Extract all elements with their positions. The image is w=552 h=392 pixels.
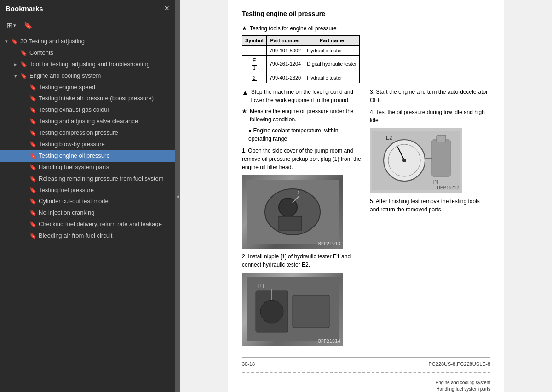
- sidebar-item-testing-oil-pressure[interactable]: 🔖Testing engine oil pressure: [0, 150, 175, 162]
- sidebar-item-engine-cooling[interactable]: ▾🔖Engine and cooling system: [0, 70, 175, 82]
- bookmark-marker-icon: 🔖: [20, 50, 28, 57]
- sidebar-item-label: Releasing remaining pressure from fuel s…: [39, 175, 171, 183]
- bookmark-marker-icon: 🔖: [29, 198, 37, 205]
- sidebar-item-label: Cylinder cut-out test mode: [39, 198, 171, 205]
- bookmark-marker-icon: 🔖: [29, 153, 37, 160]
- sidebar: Bookmarks × ⊞ ▾ 🔖 ▾🔖30 Testing and adjus…: [0, 0, 175, 392]
- cell-part-number: 790-261-1204: [266, 56, 304, 73]
- left-column: ▲ Stop the machine on the level ground a…: [242, 88, 362, 350]
- sidebar-item-label: Bleeding air from fuel circuit: [39, 232, 171, 240]
- step-2: 2. Install nipple [1] of hydraulic teste…: [242, 252, 362, 269]
- sidebar-item-label: Testing intake air pressure (boost press…: [39, 95, 171, 102]
- dropdown-arrow-icon: ▾: [13, 23, 16, 28]
- tools-header-text: Testing tools for engine oil pressure: [250, 24, 337, 33]
- right-column: 3. Start the engine and turn the auto-de…: [370, 88, 490, 350]
- sidebar-item-testing-valve[interactable]: 🔖Testing and adjusting valve clearance: [0, 116, 175, 127]
- bookmark-marker-icon: 🔖: [29, 164, 37, 171]
- image-engine-filter: 1 BPP21913: [242, 175, 343, 249]
- svg-rect-8: [293, 295, 329, 328]
- image-caption-3: BPP15212: [437, 184, 459, 191]
- step-4: 4. Test the oil pressure during low idle…: [370, 108, 490, 125]
- content-columns: ▲ Stop the machine on the level ground a…: [242, 88, 490, 350]
- bookmark-marker-icon: 🔖: [29, 84, 37, 91]
- svg-rect-18: [432, 140, 450, 176]
- sidebar-item-label: Testing blow-by pressure: [39, 141, 171, 148]
- sidebar-item-30-testing[interactable]: ▾🔖30 Testing and adjusting: [0, 36, 175, 47]
- parts-table: Symbol Part number Part name 799-101-500…: [242, 35, 360, 83]
- svg-text:1: 1: [297, 190, 300, 195]
- svg-text:[1]: [1]: [258, 283, 264, 288]
- warning-text: Stop the machine on the level ground and…: [251, 88, 362, 104]
- bookmark-marker-icon: 🔖: [29, 176, 37, 183]
- step-5-num: 5.: [370, 198, 376, 205]
- sidebar-item-no-injection[interactable]: 🔖No-injection cranking: [0, 207, 175, 219]
- sidebar-item-testing-fuel-pressure[interactable]: 🔖Testing fuel pressure: [0, 185, 175, 196]
- sidebar-item-cylinder-cutout[interactable]: 🔖Cylinder cut-out test mode: [0, 196, 175, 207]
- page-footer2: Engine and cooling system Handling fuel …: [242, 378, 490, 392]
- hydraulic-svg: [1]: [247, 277, 339, 341]
- sidebar-item-bleeding-air[interactable]: 🔖Bleeding air from fuel circuit: [0, 230, 175, 242]
- cell-symbol: E1: [242, 56, 267, 73]
- gauge-svg: E2 [1]: [372, 131, 460, 190]
- image-caption-1: BPP21913: [318, 240, 340, 247]
- sidebar-tree: ▾🔖30 Testing and adjusting🔖Contents▸🔖Too…: [0, 34, 175, 392]
- svg-rect-3: [279, 216, 302, 230]
- star-icon2: ★: [242, 107, 247, 124]
- bookmark-marker-icon: 🔖: [29, 130, 37, 137]
- step-2-text: Install nipple [1] of hydraulic tester E…: [242, 253, 351, 268]
- svg-text:[1]: [1]: [433, 179, 438, 184]
- bookmark-icon: 🔖: [23, 21, 33, 30]
- sidebar-item-label: Tool for testing, adjusting and troubles…: [29, 61, 171, 68]
- sidebar-item-contents[interactable]: 🔖Contents: [0, 47, 175, 59]
- engine-svg: 1: [247, 180, 339, 244]
- sidebar-item-testing-intake[interactable]: 🔖Testing intake air pressure (boost pres…: [0, 93, 175, 104]
- cell-part-number: 799-401-2320: [266, 73, 304, 83]
- sidebar-item-testing-compression[interactable]: 🔖Testing compression pressure: [0, 127, 175, 139]
- bookmark-marker-icon: 🔖: [29, 187, 37, 194]
- svg-text:E2: E2: [386, 135, 392, 141]
- resize-handle[interactable]: ◂: [175, 0, 180, 392]
- step-3-text: Start the engine and turn the auto-decel…: [370, 89, 488, 103]
- bookmark-marker-icon: 🔖: [29, 118, 37, 125]
- footer2-text: Engine and cooling system Handling fuel …: [435, 380, 490, 392]
- warning-item: ▲ Stop the machine on the level ground a…: [242, 88, 362, 104]
- bookmark-marker-icon: 🔖: [20, 61, 28, 68]
- condition-item: ● Engine coolant temperature: within ope…: [248, 126, 362, 143]
- sidebar-item-label: Testing exhaust gas colour: [39, 106, 171, 114]
- list-icon: ⊞: [6, 21, 12, 30]
- step-5-text: After finishing test remove the testing …: [370, 198, 480, 213]
- warning-icon: ▲: [242, 88, 248, 104]
- sidebar-item-label: Contents: [29, 49, 171, 57]
- sidebar-item-tool-testing[interactable]: ▸🔖Tool for testing, adjusting and troubl…: [0, 59, 175, 70]
- sidebar-item-testing-blowby[interactable]: 🔖Testing blow-by pressure: [0, 139, 175, 150]
- sidebar-item-testing-engine-speed[interactable]: 🔖Testing engine speed: [0, 82, 175, 93]
- sidebar-item-releasing-pressure[interactable]: 🔖Releasing remaining pressure from fuel …: [0, 173, 175, 185]
- col-symbol: Symbol: [242, 36, 267, 46]
- sidebar-item-label: 30 Testing and adjusting: [20, 38, 171, 45]
- sidebar-item-checking-fuel[interactable]: 🔖Checking fuel delivery, return rate and…: [0, 219, 175, 230]
- sidebar-item-handling-fuel[interactable]: 🔖Handling fuel system parts: [0, 162, 175, 173]
- tools-header: ★ Testing tools for engine oil pressure: [242, 24, 490, 33]
- bookmark-button[interactable]: 🔖: [22, 20, 34, 31]
- page-footer: 30-18 PC228US-8,PC228USLC-8: [242, 357, 490, 368]
- sidebar-item-label: No-injection cranking: [39, 209, 171, 217]
- step-1-num: 1.: [242, 148, 248, 154]
- sidebar-item-testing-exhaust[interactable]: 🔖Testing exhaust gas colour: [0, 104, 175, 116]
- star-icon: ★: [242, 24, 247, 33]
- list-view-button[interactable]: ⊞ ▾: [5, 20, 18, 31]
- resize-icon: ◂: [176, 193, 179, 200]
- image-overlay-2: [1]: [242, 273, 343, 346]
- sidebar-close-button[interactable]: ×: [164, 4, 169, 13]
- page-separator: [242, 372, 490, 373]
- col-part-number: Part number: [266, 36, 304, 46]
- step-5: 5. After finishing test remove the testi…: [370, 197, 490, 214]
- svg-rect-19: [437, 135, 446, 142]
- cell-symbol: 2: [242, 73, 267, 83]
- step-2-num: 2.: [242, 253, 248, 260]
- condition-text: Engine coolant temperature: within opera…: [248, 127, 338, 142]
- svg-point-9: [260, 300, 283, 323]
- bookmark-marker-icon: 🔖: [29, 141, 37, 148]
- cell-part-number: 799-101-5002: [266, 45, 304, 56]
- step-4-num: 4.: [370, 109, 376, 115]
- measure-item: ★ Measure the engine oil pressure under …: [242, 107, 362, 124]
